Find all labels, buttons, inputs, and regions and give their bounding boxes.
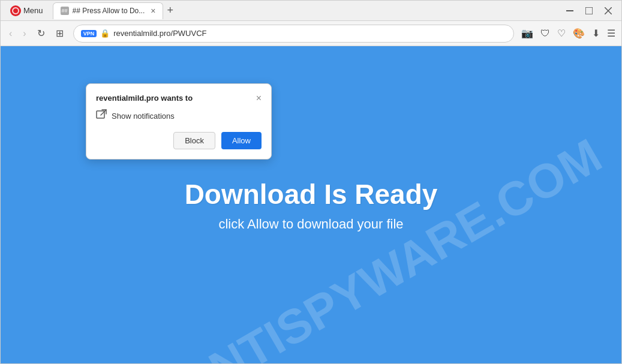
heart-icon[interactable]: ♡	[556, 26, 567, 40]
url-text: reventialmild.pro/PWUVCF	[113, 29, 506, 38]
tabs-bar: ## ## Press Allow to Do... × +	[53, 2, 561, 19]
page-center-content: Download Is Ready click Allow to downloa…	[185, 178, 438, 232]
camera-icon[interactable]: 📷	[520, 26, 534, 40]
download-subtext: click Allow to download your file	[185, 216, 438, 232]
opera-menu-button[interactable]: Menu	[5, 3, 48, 19]
shield-icon[interactable]: 🛡	[539, 27, 551, 40]
svg-rect-0	[566, 10, 573, 11]
popup-title: reventialmild.pro wants to	[96, 94, 193, 103]
download-icon[interactable]: ⬇	[591, 26, 601, 40]
download-heading: Download Is Ready	[185, 178, 438, 210]
tab-favicon: ##	[61, 7, 69, 15]
notification-popup: reventialmild.pro wants to × Show notifi…	[86, 83, 272, 160]
tab-title: ## Press Allow to Do...	[73, 7, 145, 15]
minimize-button[interactable]	[561, 4, 578, 17]
lock-icon: 🔒	[100, 29, 110, 38]
vpn-badge: VPN	[81, 30, 97, 37]
browser-tab[interactable]: ## ## Press Allow to Do... ×	[53, 2, 164, 19]
tabs-grid-button[interactable]: ⊞	[52, 25, 67, 41]
notification-permission-icon	[96, 109, 107, 122]
block-button[interactable]: Block	[173, 132, 215, 149]
popup-header: reventialmild.pro wants to ×	[96, 94, 262, 103]
svg-rect-4	[97, 111, 104, 118]
permission-label: Show notifications	[112, 112, 175, 121]
title-bar: Menu ## ## Press Allow to Do... × +	[1, 1, 621, 21]
new-tab-button[interactable]: +	[163, 4, 177, 17]
menu-label: Menu	[23, 6, 43, 15]
nav-bar: ‹ › ↻ ⊞ VPN 🔒 reventialmild.pro/PWUVCF 📷…	[1, 21, 621, 46]
refresh-button[interactable]: ↻	[34, 25, 49, 41]
allow-button[interactable]: Allow	[221, 132, 262, 149]
popup-actions: Block Allow	[96, 132, 262, 149]
forward-button[interactable]: ›	[19, 26, 29, 41]
maximize-button[interactable]	[581, 4, 597, 17]
back-button[interactable]: ‹	[5, 26, 16, 41]
watermark-text: MYANTISPYWARE.COM	[112, 128, 611, 363]
tab-close-button[interactable]: ×	[151, 6, 155, 16]
address-bar[interactable]: VPN 🔒 reventialmild.pro/PWUVCF	[73, 25, 514, 43]
browser-window: Menu ## ## Press Allow to Do... × + ‹	[0, 0, 622, 364]
window-controls	[561, 4, 617, 17]
popup-close-button[interactable]: ×	[256, 94, 262, 103]
theme-icon[interactable]: 🎨	[572, 26, 586, 40]
menu-dots-icon[interactable]: ☰	[606, 26, 617, 40]
close-button[interactable]	[600, 4, 617, 17]
svg-rect-1	[585, 7, 593, 14]
page-content: MYANTISPYWARE.COM Download Is Ready clic…	[1, 46, 621, 363]
popup-permission-row: Show notifications	[96, 109, 262, 122]
nav-tools: 📷 🛡 ♡ 🎨 ⬇ ☰	[520, 26, 617, 40]
opera-logo-icon	[10, 5, 21, 16]
